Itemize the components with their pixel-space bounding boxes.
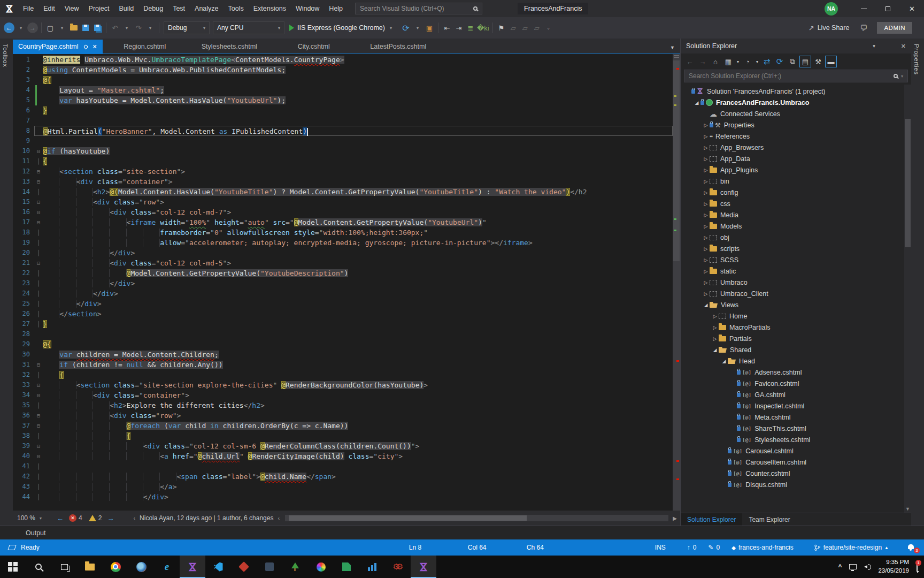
code-line-31[interactable]: 31⊟ if (children != null && children.Any… <box>13 360 673 370</box>
line-number[interactable]: 22 <box>13 268 34 278</box>
tree-item-Home[interactable]: ▷Home <box>681 310 911 322</box>
refresh-dropdown-icon[interactable]: ▾ <box>412 21 423 34</box>
save-all-icon[interactable] <box>92 21 103 34</box>
notifications-button[interactable]: 3 <box>908 543 919 552</box>
output-panel-header[interactable]: Output <box>0 526 924 539</box>
expand-arrow-icon[interactable]: ▷ <box>702 257 710 263</box>
tree-item-Shared[interactable]: ◢Shared <box>681 344 911 355</box>
live-share-button[interactable]: ↗ Live Share <box>808 24 850 32</box>
undo-dropdown-icon[interactable]: ▾ <box>121 21 132 34</box>
code-line-29[interactable]: 29@{ <box>13 339 673 349</box>
hidden-icons-chevron[interactable]: ^ <box>838 563 842 571</box>
line-number[interactable]: 40 <box>13 451 34 461</box>
line-number[interactable]: 10 <box>13 146 34 156</box>
menu-debug[interactable]: Debug <box>138 0 168 17</box>
menu-view[interactable]: View <box>60 0 84 17</box>
code-editor[interactable]: 1@inherits Umbraco.Web.Mvc.UmbracoTempla… <box>13 54 673 511</box>
line-number[interactable]: 30 <box>13 349 34 360</box>
se-switch-views-dropdown-icon[interactable]: ▾ <box>735 56 741 67</box>
se-show-all-files-icon[interactable]: ▤ <box>799 56 811 67</box>
tree-item-Adsense.cshtml[interactable]: [@]Adsense.cshtml <box>681 367 911 378</box>
find-next-icon[interactable]: ⇥ <box>453 21 464 34</box>
menu-build[interactable]: Build <box>114 0 138 17</box>
line-number[interactable]: 42 <box>13 471 34 482</box>
uncomment-lines-icon[interactable]: �ki <box>477 21 489 34</box>
menu-project[interactable]: Project <box>84 0 114 17</box>
close-tab-icon[interactable]: ✕ <box>93 43 97 50</box>
line-number[interactable]: 24 <box>13 288 34 299</box>
expand-arrow-icon[interactable]: ▷ <box>702 246 710 252</box>
code-line-24[interactable]: 24│ </div> <box>13 288 673 299</box>
status-insert-mode[interactable]: INS <box>655 544 687 551</box>
tab-Stylesheets.cshtml[interactable]: Stylesheets.cshtml <box>187 40 272 54</box>
menu-edit[interactable]: Edit <box>38 0 60 17</box>
line-number[interactable]: 17 <box>13 217 34 227</box>
line-number[interactable]: 43 <box>13 482 34 492</box>
line-number[interactable]: 15 <box>13 197 34 207</box>
taskbar-color-wheel-icon[interactable] <box>308 556 334 578</box>
expand-arrow-icon[interactable]: ▷ <box>702 269 710 274</box>
menu-test[interactable]: Test <box>168 0 190 17</box>
tree-item-Media[interactable]: ▷Media <box>681 209 911 220</box>
code-line-23[interactable]: 23│ </div> <box>13 278 673 288</box>
tree-item-obj[interactable]: ▷obj <box>681 232 911 243</box>
status-column[interactable]: Col 64 <box>468 544 527 551</box>
background-tasks-icon[interactable] <box>7 545 16 550</box>
start-debugging-button[interactable]: IIS Express (Google Chrome) ▾ <box>289 21 397 34</box>
fold-toggle-icon[interactable]: ⊟ <box>34 197 43 207</box>
tree-item-Counter.cshtml[interactable]: [@]Counter.cshtml <box>681 468 911 479</box>
line-number[interactable]: 29 <box>13 339 34 349</box>
line-number[interactable]: 12 <box>13 166 34 177</box>
fold-toggle-icon[interactable]: ⊟ <box>34 360 43 370</box>
taskbar-chrome-icon[interactable] <box>103 556 128 578</box>
line-number[interactable]: 8 <box>13 126 34 136</box>
redo-icon[interactable]: ↷ <box>133 21 144 34</box>
code-line-33[interactable]: 33⊟ <section class="site-section explore… <box>13 380 673 390</box>
line-number[interactable]: 25 <box>13 299 34 309</box>
taskbar-internet-explorer-icon[interactable]: e <box>154 556 180 578</box>
code-line-14[interactable]: 14│ <h2>@(Model.Content.HasValue("Youtub… <box>13 187 673 197</box>
menu-file[interactable]: File <box>18 0 38 17</box>
tree-item-config[interactable]: ▷config <box>681 187 911 198</box>
code-line-36[interactable]: 36⊟ <div class="row"> <box>13 410 673 421</box>
branch-selector[interactable]: feature/site-redesign ▲ <box>814 544 889 551</box>
code-line-39[interactable]: 39⊟ <div class="col-12 col-sm-6 @RenderC… <box>13 441 673 451</box>
code-line-7[interactable]: 7 <box>13 116 673 126</box>
tree-item-Properties[interactable]: ▷⚒Properties <box>681 119 911 131</box>
panel-tab-Team Explorer[interactable]: Team Explorer <box>742 513 796 526</box>
code-line-8[interactable]: 8@Html.Partial("HeroBanner", Model.Conte… <box>13 126 673 136</box>
tree-item-static[interactable]: ▷static <box>681 265 911 277</box>
tree-scrollbar[interactable]: ▼ <box>904 85 911 513</box>
tree-item-scripts[interactable]: ▷scripts <box>681 243 911 254</box>
tree-item-Connected Services[interactable]: ☁Connected Services <box>681 108 911 119</box>
code-line-4[interactable]: 4 Layout = "Master.cshtml"; <box>13 85 673 95</box>
expand-arrow-icon[interactable]: ▷ <box>702 123 710 128</box>
tab-LatestPosts.cshtml[interactable]: LatestPosts.cshtml <box>356 40 441 54</box>
tree-item-Umbraco_Client[interactable]: ▷Umbraco_Client <box>681 288 911 299</box>
restore-button[interactable] <box>876 0 900 17</box>
code-line-38[interactable]: 38│ { <box>13 431 673 441</box>
expand-arrow-icon[interactable]: ◢ <box>711 347 719 353</box>
taskbar-search-icon[interactable] <box>26 556 51 578</box>
tree-item-ShareThis.cshtml[interactable]: [@]ShareThis.cshtml <box>681 423 911 434</box>
tree-item-Head[interactable]: ◢Head <box>681 355 911 367</box>
line-number[interactable]: 33 <box>13 380 34 390</box>
solution-platform-select[interactable]: Any CPU▾ <box>213 21 284 34</box>
taskbar-start-icon[interactable] <box>0 556 26 578</box>
code-line-13[interactable]: 13⊟ <div class="container"> <box>13 177 673 187</box>
code-line-32[interactable]: 32│ { <box>13 370 673 380</box>
prev-issue-icon[interactable]: ← <box>57 514 64 522</box>
prev-bookmark-icon[interactable]: ▱ <box>508 21 519 34</box>
admin-button[interactable]: ADMIN <box>877 22 912 34</box>
se-properties-icon[interactable]: ⚒ <box>812 56 824 67</box>
fold-toggle-icon[interactable]: ⊟ <box>34 410 43 421</box>
tree-item-Meta.cshtml[interactable]: [@]Meta.cshtml <box>681 412 911 423</box>
tree-item-Umbraco[interactable]: ▷Umbraco <box>681 277 911 288</box>
fold-toggle-icon[interactable]: ⊟ <box>34 177 43 187</box>
line-number[interactable]: 38 <box>13 431 34 441</box>
line-number[interactable]: 11 <box>13 156 34 166</box>
expand-arrow-icon[interactable]: ▷ <box>711 336 719 341</box>
line-number[interactable]: 3 <box>13 75 34 85</box>
taskbar-task-view-icon[interactable] <box>51 556 77 578</box>
code-line-17[interactable]: 17⊟ <iframe width="100%" height="auto" s… <box>13 217 673 227</box>
